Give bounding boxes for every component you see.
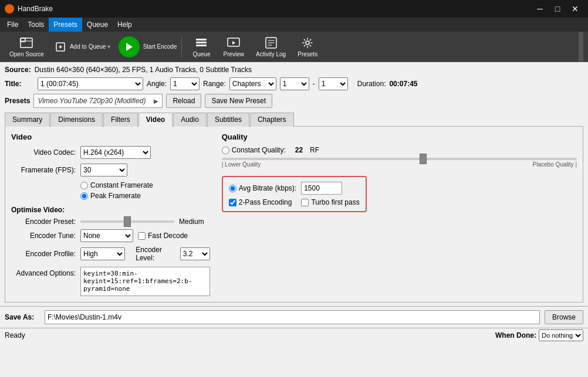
save-as-bar: Save As: Browse xyxy=(0,306,588,328)
constant-framerate-option[interactable]: Constant Framerate xyxy=(80,181,153,189)
menu-tools[interactable]: Tools xyxy=(23,18,49,32)
tab-summary[interactable]: Summary xyxy=(5,113,50,127)
queue-button[interactable]: Queue xyxy=(187,33,216,61)
constant-quality-label: Constant Quality: xyxy=(232,146,286,154)
minimize-button[interactable]: ─ xyxy=(532,1,548,17)
menu-help[interactable]: Help xyxy=(113,18,137,32)
encoding-options-row: 2-Pass Encoding Turbo first pass xyxy=(229,198,360,206)
turbo-first-pass-option[interactable]: Turbo first pass xyxy=(301,198,359,206)
maximize-button[interactable]: □ xyxy=(549,1,566,17)
save-new-preset-button[interactable]: Save New Preset xyxy=(205,94,272,108)
peak-framerate-radio[interactable] xyxy=(80,192,88,200)
menu-queue[interactable]: Queue xyxy=(82,18,113,32)
presets-icon xyxy=(300,36,315,50)
fast-decode-label: Fast Decode xyxy=(148,232,188,240)
fast-decode-option[interactable]: Fast Decode xyxy=(138,232,188,240)
quality-slider[interactable] xyxy=(222,158,577,160)
save-as-input[interactable] xyxy=(45,310,540,324)
quality-section-title: Quality xyxy=(222,133,577,141)
title-select[interactable]: 1 (00:07:45) xyxy=(38,77,143,90)
framerate-row: Framerate (FPS): 30 xyxy=(11,164,210,176)
peak-framerate-option[interactable]: Peak Framerate xyxy=(80,192,141,200)
tab-filters[interactable]: Filters xyxy=(103,113,138,127)
preset-arrow-icon: ▶ xyxy=(154,98,158,104)
two-pass-label: 2-Pass Encoding xyxy=(239,198,292,206)
encoder-level-select[interactable]: 3.2 xyxy=(180,247,210,260)
range-label: Range: xyxy=(203,80,226,88)
encoder-tune-select[interactable]: None xyxy=(80,229,133,242)
range-dash: - xyxy=(313,80,315,88)
tab-subtitles[interactable]: Subtitles xyxy=(207,113,249,127)
video-right-panel: Quality Constant Quality: 22 RF | Lower … xyxy=(222,133,577,296)
source-row: Source: Dustin 640×360 (640×360), 25 FPS… xyxy=(5,66,583,74)
preview-button[interactable]: Preview xyxy=(218,33,249,61)
scrollbar-right[interactable] xyxy=(579,32,583,62)
video-codec-label: Video Codec: xyxy=(11,148,76,157)
tab-dimensions[interactable]: Dimensions xyxy=(50,113,103,127)
angle-label: Angle: xyxy=(147,80,167,88)
two-pass-option[interactable]: 2-Pass Encoding xyxy=(229,198,292,206)
encoder-profile-label: Encoder Profile: xyxy=(11,250,76,258)
presets-row-label: Presets xyxy=(5,97,30,105)
range-end-select[interactable]: 1 xyxy=(319,77,348,90)
start-encode-button[interactable] xyxy=(119,36,140,57)
reload-button[interactable]: Reload xyxy=(166,94,201,108)
add-to-queue-button[interactable]: Add to Queue ▾ xyxy=(51,33,114,61)
preset-value: Vimeo YouTube 720p30 (Modified) xyxy=(38,97,146,105)
preview-label: Preview xyxy=(223,51,244,57)
rf-unit: RF xyxy=(310,146,319,154)
avg-bitrate-input[interactable] xyxy=(301,182,342,195)
avg-bitrate-box: Avg Bitrate (kbps): 2-Pass Encoding Turb… xyxy=(222,176,367,212)
constant-framerate-label: Constant Framerate xyxy=(90,181,153,189)
encoder-preset-row: Encoder Preset: Medium xyxy=(11,218,210,226)
constant-quality-option[interactable]: Constant Quality: xyxy=(222,146,286,154)
constant-framerate-radio[interactable] xyxy=(80,182,88,189)
advanced-options-textarea[interactable]: keyint=30:min-keyint=15:ref=1:bframes=2:… xyxy=(80,267,210,296)
activity-log-icon xyxy=(264,36,278,50)
angle-select[interactable]: 1 xyxy=(170,77,200,90)
two-pass-checkbox[interactable] xyxy=(229,199,236,206)
when-done-section: When Done: Do nothing xyxy=(495,330,583,341)
activity-log-button[interactable]: Activity Log xyxy=(251,33,290,61)
encoder-preset-slider[interactable] xyxy=(80,220,174,223)
presets-button[interactable]: Presets xyxy=(293,33,322,61)
menu-file[interactable]: File xyxy=(2,18,23,32)
constant-quality-radio[interactable] xyxy=(222,147,229,154)
tab-chapters[interactable]: Chapters xyxy=(250,113,294,127)
open-source-button[interactable]: Open Source xyxy=(5,33,49,61)
svg-rect-6 xyxy=(196,45,207,46)
when-done-select[interactable]: Do nothing xyxy=(539,330,583,341)
advanced-options-row: Advanced Options: keyint=30:min-keyint=1… xyxy=(11,267,210,296)
presets-label: Presets xyxy=(298,51,317,57)
encoder-tune-label: Encoder Tune: xyxy=(11,232,76,240)
video-codec-select[interactable]: H.264 (x264) xyxy=(80,146,151,159)
menu-bar: File Tools Presets Queue Help xyxy=(0,18,588,32)
menu-presets[interactable]: Presets xyxy=(49,18,82,32)
tab-audio[interactable]: Audio xyxy=(173,113,207,127)
optimise-title: Optimise Video: xyxy=(11,206,210,214)
svg-point-9 xyxy=(306,41,309,45)
avg-bitrate-radio[interactable] xyxy=(229,185,236,192)
range-start-select[interactable]: 1 xyxy=(280,77,309,90)
turbo-first-pass-checkbox[interactable] xyxy=(301,199,309,206)
duration-value: 00:07:45 xyxy=(389,80,417,88)
close-button[interactable]: ✕ xyxy=(567,1,583,17)
fast-decode-checkbox[interactable] xyxy=(138,232,146,240)
app-logo xyxy=(5,4,14,13)
preset-selector[interactable]: Vimeo YouTube 720p30 (Modified) ▶ xyxy=(33,94,163,108)
framerate-mode-row: Constant Framerate Peak Framerate xyxy=(80,181,210,200)
open-source-icon xyxy=(19,36,33,50)
avg-bitrate-row: Avg Bitrate (kbps): xyxy=(229,182,360,195)
tab-video[interactable]: Video xyxy=(138,113,173,127)
source-label: Source: xyxy=(5,66,31,74)
browse-button[interactable]: Browse xyxy=(545,310,583,324)
encoder-profile-row: Encoder Profile: High Encoder Level: 3.2 xyxy=(11,246,210,262)
avg-bitrate-option[interactable]: Avg Bitrate (kbps): xyxy=(229,184,296,192)
framerate-select[interactable]: 30 xyxy=(80,164,127,176)
encoder-preset-label: Encoder Preset: xyxy=(11,218,76,226)
encoder-profile-select[interactable]: High xyxy=(80,247,125,260)
title-row: Title: 1 (00:07:45) Angle: 1 Range: Chap… xyxy=(5,77,583,90)
svg-marker-3 xyxy=(126,43,133,51)
start-encode-label: Start Encode xyxy=(143,43,177,50)
range-select[interactable]: Chapters xyxy=(229,77,276,90)
